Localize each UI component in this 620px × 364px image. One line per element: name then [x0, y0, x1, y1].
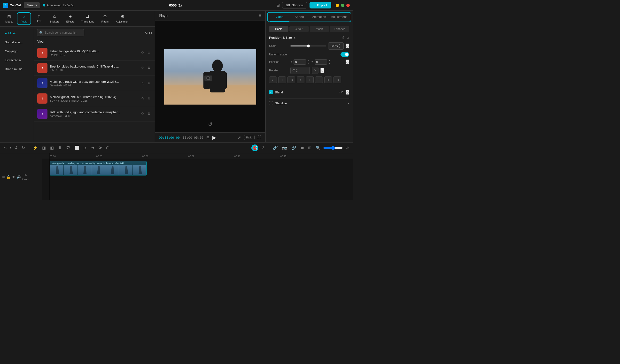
- tl-zoom-out-btn[interactable]: 🔍: [314, 144, 322, 151]
- rotate-stepper[interactable]: ▲ ▼: [296, 68, 298, 73]
- add-track-button[interactable]: ⊕: [147, 50, 151, 56]
- layout-icon[interactable]: ⊞: [277, 3, 280, 8]
- align-pause-btn[interactable]: ⏸: [324, 76, 332, 83]
- scale-up-btn[interactable]: ▲: [338, 43, 341, 46]
- favorite-button[interactable]: ☆: [140, 50, 145, 56]
- tl-playhead[interactable]: [50, 153, 50, 200]
- tl-add-btn[interactable]: ⊕: [344, 144, 350, 151]
- align-center-h-btn[interactable]: ⊥: [278, 76, 286, 83]
- list-item[interactable]: ♪ Merrow guitar, chill out, winter, emo …: [34, 91, 155, 106]
- rotate-btn[interactable]: ⟳: [97, 144, 103, 151]
- magnet-button[interactable]: 🧲: [251, 144, 258, 151]
- tl-camera-btn[interactable]: 📷: [281, 144, 288, 151]
- split-keep-left-btn[interactable]: ◨: [41, 144, 47, 151]
- toolbar-item-stickers[interactable]: ☺ Stickers: [47, 12, 62, 25]
- tab-adjustment[interactable]: Adjustment: [329, 13, 349, 22]
- pos-y-stepper[interactable]: ▲ ▼: [329, 59, 331, 65]
- video-clip[interactable]: Young Asian traveling backpacker in city…: [50, 161, 147, 175]
- scale-slider-thumb[interactable]: [307, 45, 310, 47]
- uniform-scale-toggle[interactable]: [341, 52, 349, 57]
- position-y-input[interactable]: [315, 59, 327, 65]
- pos-x-up[interactable]: ▲: [308, 59, 310, 62]
- download-button[interactable]: ⬇: [147, 65, 151, 71]
- toolbar-item-adjustment[interactable]: ⚙ Adjustment: [113, 12, 132, 25]
- list-item[interactable]: ♪ A chill pop truck with a sexy atmosphe…: [34, 76, 155, 91]
- scale-down-btn[interactable]: ▼: [338, 46, 341, 49]
- rotate-down[interactable]: ▼: [296, 70, 298, 73]
- sidebar-item-music[interactable]: ▶ Music: [1, 29, 32, 38]
- all-filter-button[interactable]: All ⊟: [145, 31, 152, 35]
- blend-reset-btn[interactable]: ↺: [341, 90, 344, 95]
- crop-btn[interactable]: ⬜: [73, 144, 81, 151]
- scale-keyframe-btn[interactable]: ◇: [346, 44, 349, 48]
- redo-button[interactable]: ↻: [20, 144, 26, 151]
- blend-checkbox[interactable]: [269, 90, 273, 94]
- ratio-button[interactable]: Ratio: [244, 135, 255, 140]
- toolbar-item-effects[interactable]: ✦ Effects: [63, 12, 77, 25]
- export-button[interactable]: ↑ Export: [310, 2, 331, 8]
- sidebar-item-copyright[interactable]: Copyright: [1, 47, 32, 55]
- toolbar-item-filters[interactable]: ⊙ Filters: [98, 12, 112, 25]
- rotate-up[interactable]: ▲: [296, 68, 298, 71]
- tl-link2-btn[interactable]: 🔗: [290, 144, 298, 151]
- align-bottom-btn[interactable]: ↓: [315, 76, 323, 83]
- zoom-slider[interactable]: [323, 146, 343, 150]
- favorite-button[interactable]: ☆: [140, 80, 145, 86]
- list-item[interactable]: ♪ Urban lounge style BGM(1148490) Re-lax…: [34, 45, 155, 61]
- align-top-btn[interactable]: ↑: [297, 76, 304, 83]
- visibility-button[interactable]: 👁: [12, 175, 15, 179]
- toolbar-item-text[interactable]: T Text: [32, 13, 46, 24]
- scale-stepper[interactable]: ▲ ▼: [338, 43, 341, 49]
- tab-speed[interactable]: Speed: [289, 13, 309, 22]
- download-button[interactable]: ⬇: [147, 96, 151, 101]
- player-menu-button[interactable]: ≡: [259, 13, 261, 18]
- close-button[interactable]: [346, 4, 350, 7]
- stabilize-checkbox[interactable]: [269, 101, 273, 105]
- tab-animation[interactable]: Animation: [309, 13, 329, 22]
- pos-x-stepper[interactable]: ▲ ▼: [308, 59, 310, 65]
- lock-button[interactable]: 🔒: [6, 175, 10, 179]
- tab-video[interactable]: Video: [270, 13, 289, 22]
- download-button[interactable]: ⬇: [147, 80, 151, 86]
- play-button[interactable]: ▶: [212, 135, 216, 140]
- reset-button[interactable]: ↺: [342, 36, 345, 39]
- tl-grid-btn[interactable]: ⊞: [307, 144, 313, 151]
- favorite-button[interactable]: ☆: [140, 65, 145, 71]
- keyframe-button[interactable]: ◇: [347, 36, 349, 39]
- pos-y-up[interactable]: ▲: [329, 59, 331, 62]
- minimize-button[interactable]: [336, 4, 339, 7]
- align-left-btn[interactable]: ⇤: [269, 76, 277, 83]
- fullscreen-button[interactable]: ⛶: [257, 135, 261, 140]
- sub-tab-enhance[interactable]: Enhance: [330, 26, 349, 32]
- sub-tab-basic[interactable]: Basic: [269, 26, 288, 32]
- favorite-button[interactable]: ☆: [140, 111, 145, 117]
- rotate-flip-btn[interactable]: ⟳: [312, 67, 318, 74]
- position-keyframe-btn[interactable]: ◇: [346, 60, 349, 64]
- sub-tab-mask[interactable]: Mask: [310, 26, 329, 32]
- rotate-keyframe-btn[interactable]: ◇: [320, 68, 324, 73]
- list-item[interactable]: ♪ R&B with Lo-Fi, light and comfortable …: [34, 106, 155, 121]
- select-tool-button[interactable]: ↖: [2, 144, 8, 151]
- fit-screen-button[interactable]: ⤢: [238, 135, 241, 140]
- blend-keyframe-btn[interactable]: ◇: [346, 90, 349, 95]
- sub-tab-cutout[interactable]: Cutout: [289, 26, 309, 32]
- position-x-input[interactable]: [294, 59, 306, 65]
- align-end-btn[interactable]: ⇥: [333, 76, 341, 83]
- shape-btn[interactable]: ⬡: [105, 144, 111, 151]
- delete-button[interactable]: 🗑: [57, 145, 63, 151]
- sidebar-item-extracted[interactable]: Extracted a...: [1, 56, 32, 64]
- list-item[interactable]: ♪ Best for video background music Chill …: [34, 61, 155, 76]
- toolbar-item-audio[interactable]: ♪ Audio: [17, 12, 31, 25]
- play-forward-btn[interactable]: ▷: [82, 144, 88, 151]
- shield-btn[interactable]: 🛡: [65, 145, 72, 151]
- menu-button[interactable]: Menu ▾: [24, 2, 40, 8]
- maximize-button[interactable]: [341, 4, 344, 7]
- pos-y-down[interactable]: ▼: [329, 62, 331, 65]
- flip-btn[interactable]: ⇔: [90, 144, 96, 151]
- toolbar-item-media[interactable]: ⊞ Media: [2, 12, 16, 25]
- scale-slider[interactable]: [290, 46, 326, 46]
- toolbar-item-transitions[interactable]: ⇄ Transitions: [78, 12, 97, 25]
- split-button[interactable]: ⚡: [31, 144, 39, 151]
- undo-button[interactable]: ↺: [13, 144, 19, 151]
- add-layer-button[interactable]: ⊞: [2, 175, 5, 179]
